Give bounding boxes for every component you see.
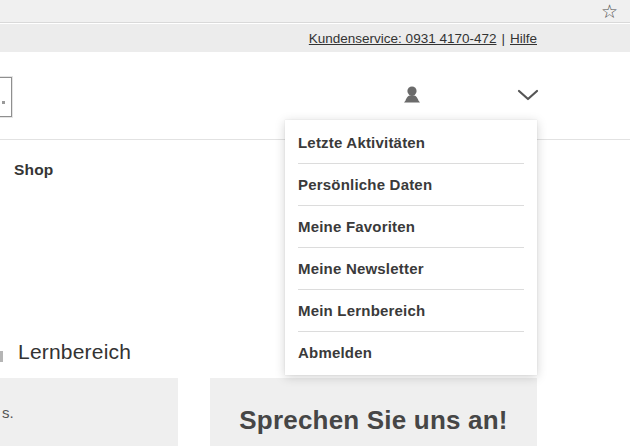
account-menu-toggle[interactable] — [514, 84, 542, 106]
menu-item-mein-lernbereich[interactable]: Mein Lernbereich — [285, 290, 537, 331]
cutoff-text-fragment — [0, 351, 3, 362]
kundenservice-link[interactable]: Kundenservice: 0931 4170-472 — [309, 31, 497, 46]
menu-item-abmelden[interactable]: Abmelden — [285, 332, 537, 373]
contact-card-title: Sprechen Sie uns an! — [210, 405, 537, 436]
user-icon — [400, 84, 424, 108]
section-title-lernbereich: Lernbereich — [18, 340, 131, 364]
chevron-down-icon — [517, 89, 539, 101]
menu-item-persoenliche-daten[interactable]: Persönliche Daten — [285, 164, 537, 205]
nav-item-shop[interactable]: Shop — [14, 161, 54, 179]
link-separator: | — [501, 31, 505, 46]
menu-item-letzte-aktivitaeten[interactable]: Letzte Aktivitäten — [285, 122, 537, 163]
bookmark-star-icon[interactable]: ☆ — [601, 0, 618, 23]
user-account-button[interactable] — [398, 82, 426, 110]
search-input-partial[interactable] — [0, 77, 12, 117]
input-caret-dot — [2, 101, 5, 104]
menu-item-meine-newsletter[interactable]: Meine Newsletter — [285, 248, 537, 289]
browser-chrome-bar: ☆ — [0, 0, 630, 23]
teaser-card-left[interactable]: s. — [0, 378, 178, 446]
teaser-card-cut-text: s. — [2, 404, 14, 421]
hilfe-link[interactable]: Hilfe — [510, 31, 537, 46]
service-bar: Kundenservice: 0931 4170-472 | Hilfe — [0, 24, 630, 52]
account-dropdown-menu: Letzte Aktivitäten Persönliche Daten Mei… — [285, 120, 537, 375]
menu-item-meine-favoriten[interactable]: Meine Favoriten — [285, 206, 537, 247]
contact-teaser-card[interactable]: Sprechen Sie uns an! — [210, 378, 537, 446]
